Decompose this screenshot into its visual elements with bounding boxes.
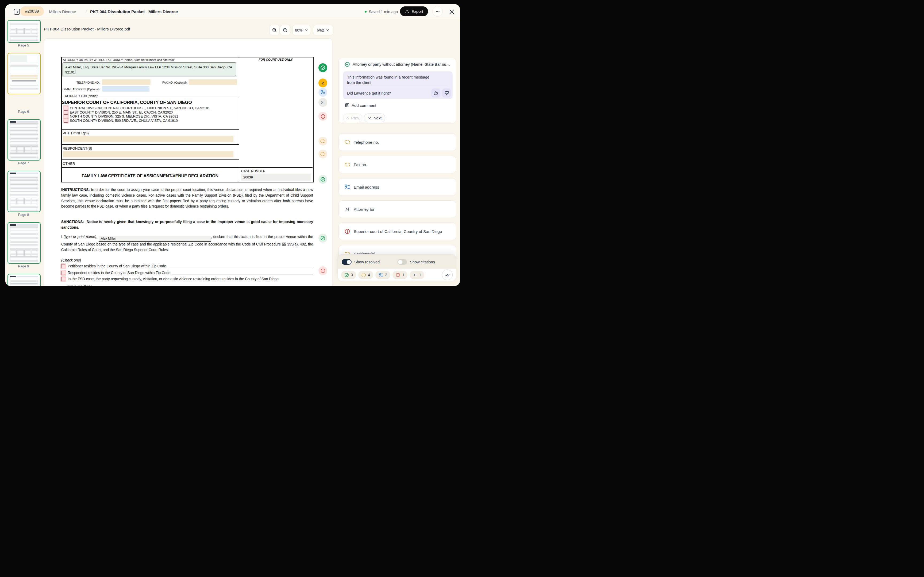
thumbs-down-icon <box>444 90 449 96</box>
add-comment-button[interactable]: Add comment <box>345 103 376 108</box>
thumbs-up-button[interactable] <box>431 89 440 97</box>
field-icon <box>320 139 325 144</box>
check-option-row: In the FSD case, the party requesting cu… <box>61 277 313 281</box>
option-checkbox[interactable] <box>61 277 65 281</box>
zoom-out-button[interactable] <box>280 25 290 35</box>
thumbnail-label: Page 6 <box>5 110 42 114</box>
respondent-label: RESPONDENT(S) <box>63 147 92 150</box>
field-card-fax[interactable]: Fax no. <box>338 156 456 173</box>
resolve-all-button[interactable] <box>442 269 452 280</box>
marker-check[interactable] <box>318 234 327 243</box>
save-status: Saved 1 min ago <box>365 4 398 19</box>
fax-input[interactable] <box>189 79 237 85</box>
marker-checklist[interactable] <box>318 88 327 97</box>
attorney-for-label: ATTORNEY FOR (Name): <box>65 94 98 97</box>
comment-field-title: Attorney or party without attorney (Name… <box>353 62 452 66</box>
count-skipped[interactable]: 1 <box>410 271 424 279</box>
marker-field[interactable] <box>318 137 327 146</box>
marker-alert[interactable] <box>318 266 327 275</box>
count-resolved[interactable]: 3 <box>341 271 356 279</box>
show-resolved-toggle[interactable] <box>342 259 352 265</box>
declarant-name-input[interactable]: Alex Miller <box>99 236 211 242</box>
checklist-icon <box>345 184 350 190</box>
check-circle-icon <box>320 235 325 241</box>
thumbnail-page-9[interactable] <box>8 222 40 264</box>
comment-card: Attorney or party without attorney (Name… <box>338 58 456 123</box>
thumbnail-page-10[interactable] <box>8 274 40 286</box>
marker-check-filled[interactable] <box>318 63 327 72</box>
thumbnail-page-6[interactable] <box>8 53 40 94</box>
case-number-label: CASE NUMBER <box>241 169 265 173</box>
attorney-input[interactable]: Alex Miller, Esq. State Bar No. 295784 M… <box>63 63 236 76</box>
thumbnail-page-7[interactable] <box>8 119 40 161</box>
case-number-input[interactable]: 20039 <box>241 174 311 181</box>
declaration-paragraph: I (type or print name), Alex Miller, dec… <box>61 234 313 253</box>
division-checkbox[interactable] <box>64 110 68 114</box>
fax-label: FAX NO. (Optional): <box>152 81 187 84</box>
option-checkbox[interactable] <box>61 271 65 275</box>
breadcrumb-parent[interactable]: Millers Divorce <box>49 4 76 19</box>
marker-alert[interactable] <box>318 112 327 121</box>
telephone-label: TELEPHONE NO.: <box>61 81 100 84</box>
count-alerts[interactable]: 1 <box>393 271 407 279</box>
prev-button[interactable]: Prev. <box>343 114 362 122</box>
alert-icon <box>321 114 325 119</box>
count-checklist[interactable]: 2 <box>375 271 390 279</box>
field-card-attorney-for[interactable]: Attorney for <box>338 200 456 218</box>
thumbnail-label: Page 7 <box>5 161 42 165</box>
marker-field[interactable] <box>318 150 327 158</box>
zip-code-line[interactable] <box>172 270 313 275</box>
instructions-paragraph: INSTRUCTIONS: In order for the court to … <box>61 187 313 210</box>
show-citations-label: Show citations <box>410 260 435 264</box>
option-checkbox[interactable] <box>61 264 65 268</box>
check-option-row: Respondent resides in the County of San … <box>61 270 313 275</box>
next-button[interactable]: Next <box>364 114 385 122</box>
marker-check[interactable] <box>318 175 327 184</box>
count-fields[interactable]: 4 <box>358 271 373 279</box>
export-button[interactable]: Export <box>400 6 428 16</box>
field-icon <box>345 162 350 167</box>
thumbnail-page-5[interactable] <box>8 20 40 43</box>
page-selector-dropdown[interactable]: 6/62 <box>313 25 333 35</box>
email-input[interactable] <box>102 86 149 92</box>
marker-skip[interactable] <box>318 98 327 107</box>
field-icon <box>320 152 325 156</box>
email-label: EMAIL ADDRESS (Optional): <box>61 88 100 91</box>
chevron-down-icon <box>304 28 308 32</box>
show-citations-toggle[interactable] <box>397 259 407 265</box>
collapse-sidebar-icon[interactable] <box>13 8 20 15</box>
pdf-page: FOR COURT USE ONLY ATTORNEY OR PARTY WIT… <box>44 39 332 286</box>
zip-code-line[interactable] <box>94 284 313 286</box>
attorney-section-label: ATTORNEY OR PARTY WITHOUT ATTORNEY (Name… <box>63 58 174 61</box>
case-number-badge[interactable]: #20039 <box>20 6 44 16</box>
thumbnail-label: Page 9 <box>5 264 42 268</box>
upload-icon <box>405 9 409 14</box>
field-card-superior-court[interactable]: Superior court of California, Country of… <box>338 222 456 240</box>
petitioner-input[interactable] <box>63 136 233 142</box>
division-checkbox[interactable] <box>64 114 68 118</box>
court-title: SUPERIOR COURT OF CALIFORNIA, COUNTY OF … <box>62 100 192 105</box>
other-label: OTHER <box>63 162 75 166</box>
more-options-button[interactable] <box>432 6 443 16</box>
zip-code-line[interactable] <box>168 264 313 268</box>
division-checkbox[interactable] <box>64 106 68 110</box>
check-one-label: (Check one) <box>61 258 313 263</box>
field-card-telephone[interactable]: Telephone no. <box>338 133 456 151</box>
zoom-in-button[interactable] <box>269 25 279 35</box>
field-card-email[interactable]: Email address <box>338 178 456 196</box>
top-bar: #20039 Millers Divorce / PKT-004 Dissolu… <box>5 4 460 19</box>
marker-count[interactable]: 2 <box>318 79 327 87</box>
check-circle-icon <box>345 62 350 67</box>
check-option-overflow-row: within Zip Code <box>61 284 313 286</box>
thumbnail-page-8[interactable] <box>8 171 40 212</box>
zoom-level-dropdown[interactable]: 80% <box>292 25 311 35</box>
zoom-in-icon <box>272 27 277 32</box>
thumbs-down-button[interactable] <box>442 89 451 97</box>
division-checkbox[interactable] <box>64 119 68 122</box>
respondent-input[interactable] <box>63 151 233 157</box>
alert-icon <box>345 229 350 234</box>
for-court-use-label: FOR COURT USE ONLY <box>239 58 313 61</box>
ai-explanation-box: This information was found in a recent m… <box>343 71 452 99</box>
telephone-input[interactable] <box>102 79 150 85</box>
close-button[interactable] <box>449 8 455 15</box>
